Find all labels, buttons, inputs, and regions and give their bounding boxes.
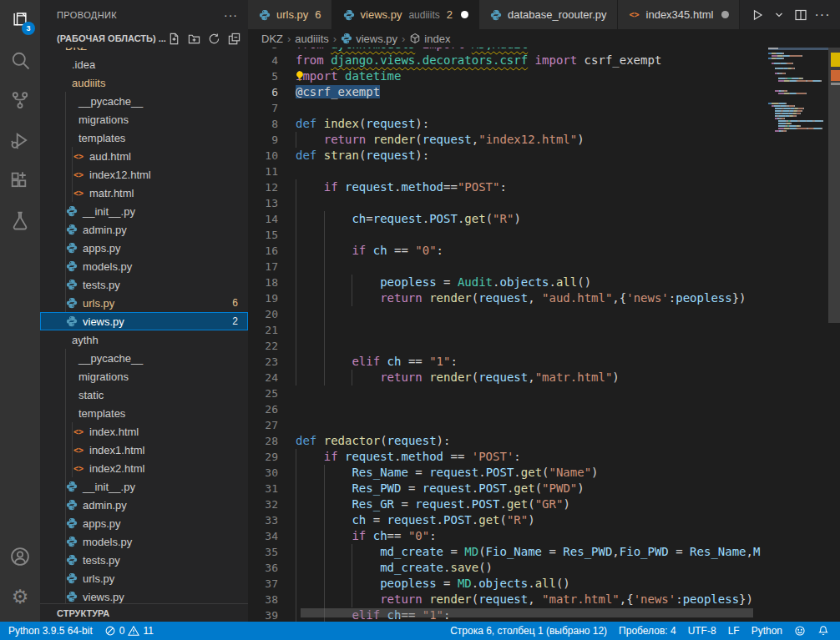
code-line-34[interactable]: 34 if ch== "0": — [248, 528, 768, 544]
collapse-all-button[interactable] — [226, 31, 241, 46]
code-line-18[interactable]: 18 peopless = Audit.objects.all() — [248, 275, 768, 290]
breadcrumb-item-DKZ[interactable]: DKZ — [261, 33, 283, 45]
code-line-25[interactable]: 25 — [248, 386, 768, 401]
breadcrumb-item-audiiits[interactable]: audiiits — [295, 33, 328, 45]
tab-views.py[interactable]: views.pyaudiiits2 — [332, 0, 479, 29]
tree-item-audiiits[interactable]: audiiits — [40, 73, 248, 92]
tree-item-index1.html[interactable]: <>index1.html — [40, 441, 248, 459]
code-line-14[interactable]: 14 ch=request.POST.get("R") — [248, 211, 768, 227]
activity-bar-item-source-control[interactable] — [0, 80, 40, 120]
python-version-status[interactable]: Python 3.9.5 64-bit — [0, 622, 99, 640]
tree-item-aythh[interactable]: aythh — [40, 330, 248, 349]
lightbulb-icon[interactable] — [294, 70, 306, 82]
code-line-31[interactable]: 31 Res_PWD = request.POST.get("PWD") — [248, 481, 768, 496]
eol-status[interactable]: LF — [722, 622, 746, 640]
code-line-24[interactable]: 24 return render(request,"matr.html") — [248, 370, 768, 386]
tree-item-__init__.py[interactable]: __init__.py — [40, 202, 248, 220]
scrollbar-thumb[interactable] — [828, 39, 840, 323]
tree-item-admin.py[interactable]: admin.py — [40, 496, 248, 514]
code-line-7[interactable]: 7 — [248, 100, 768, 116]
code-line-17[interactable]: 17 — [248, 259, 768, 275]
activity-bar-item-extensions[interactable] — [0, 160, 40, 200]
code-line-15[interactable]: 15 — [248, 227, 768, 243]
code-line-4[interactable]: 4from django.views.decorators.csrf impor… — [248, 53, 768, 68]
tree-item-tests.py[interactable]: tests.py — [40, 275, 248, 294]
code-line-9[interactable]: 9 return render(request,"index12.html") — [248, 132, 768, 148]
activity-bar-item-settings[interactable]: ⚙ — [0, 577, 40, 617]
outline-section-header[interactable]: СТРУКТУРА — [40, 603, 248, 622]
activity-bar-item-search[interactable] — [0, 40, 40, 80]
horizontal-scrollbar[interactable] — [301, 608, 753, 617]
tree-item-templates[interactable]: templates — [40, 404, 248, 422]
tree-item-apps.py[interactable]: apps.py — [40, 239, 248, 257]
tree-item-tests.py[interactable]: tests.py — [40, 551, 248, 569]
code-line-22[interactable]: 22 — [248, 338, 768, 354]
tab-database_roouter.py[interactable]: database_roouter.py — [479, 0, 618, 29]
tab-index345.html[interactable]: <>index345.html — [618, 0, 741, 29]
tree-item-templates[interactable]: templates — [40, 129, 248, 147]
modified-dot-icon[interactable] — [461, 11, 468, 18]
code-line-21[interactable]: 21 — [248, 322, 768, 338]
problems-status[interactable]: 0 11 — [99, 622, 159, 640]
tree-item-static[interactable]: static — [40, 386, 248, 404]
tree-item-__init__.py[interactable]: __init__.py — [40, 477, 248, 496]
tree-item-.idea[interactable]: .idea — [40, 55, 248, 73]
modified-dot-icon[interactable] — [721, 11, 729, 18]
activity-bar-item-testing[interactable] — [0, 200, 40, 240]
vertical-scrollbar[interactable] — [828, 37, 840, 622]
new-folder-button[interactable] — [186, 31, 201, 46]
tree-item-views.py[interactable]: views.py — [40, 587, 248, 603]
code-line-27[interactable]: 27 — [248, 417, 768, 433]
tree-item-matr.html[interactable]: <>matr.html — [40, 184, 248, 202]
code-line-32[interactable]: 32 Res_GR = request.POST.get("GR") — [248, 496, 768, 512]
code-line-6[interactable]: 6@csrf_exempt — [248, 84, 768, 100]
tree-item-models.py[interactable]: models.py — [40, 257, 248, 275]
activity-bar-item-account[interactable] — [0, 537, 40, 577]
language-mode-status[interactable]: Python — [746, 622, 788, 640]
code-line-5[interactable]: 5import datetime — [248, 68, 768, 84]
activity-bar-item-run-debug[interactable] — [0, 120, 40, 160]
code-line-36[interactable]: 36 md_create.save() — [248, 560, 768, 576]
code-line-19[interactable]: 19 return render(request, "aud.html",{'n… — [248, 290, 768, 306]
code-editor[interactable]: 3from aythh.models import MD,Audit4from … — [248, 37, 768, 622]
code-line-20[interactable]: 20 — [248, 306, 768, 322]
tree-item-__pycache__[interactable]: __pycache__ — [40, 349, 248, 367]
tree-item-aud.html[interactable]: <>aud.html — [40, 147, 248, 165]
refresh-button[interactable] — [206, 31, 221, 46]
explorer-more-button[interactable]: ··· — [224, 8, 238, 22]
tree-item-DKZ[interactable]: DKZ — [40, 48, 248, 55]
code-line-10[interactable]: 10def stran(request): — [248, 148, 768, 164]
activity-bar-item-explorer[interactable]: 3 — [0, 0, 40, 40]
code-line-23[interactable]: 23 elif ch == "1": — [248, 354, 768, 370]
split-editor-button[interactable] — [792, 6, 810, 24]
code-line-29[interactable]: 29 if request.method == 'POST': — [248, 449, 768, 465]
code-line-12[interactable]: 12 if request.method=="POST": — [248, 179, 768, 195]
indentation-status[interactable]: Пробелов: 4 — [613, 622, 682, 640]
tree-item-admin.py[interactable]: admin.py — [40, 220, 248, 239]
tree-item-models.py[interactable]: models.py — [40, 532, 248, 551]
cursor-position-status[interactable]: Строка 6, столбец 1 (выбрано 12) — [444, 622, 613, 640]
workspace-section-header[interactable]: (РАБОЧАЯ ОБЛАСТЬ) ... — [40, 29, 248, 48]
breadcrumb-item-views.py[interactable]: views.py — [341, 33, 397, 45]
code-line-26[interactable]: 26 — [248, 401, 768, 417]
tree-item-index2.html[interactable]: <>index2.html — [40, 459, 248, 477]
tree-item-index.html[interactable]: <>index.html — [40, 422, 248, 441]
new-file-button[interactable] — [166, 31, 181, 46]
code-line-8[interactable]: 8def index(request): — [248, 116, 768, 132]
run-dropdown-button[interactable] — [770, 6, 788, 24]
code-line-30[interactable]: 30 Res_Name = request.POST.get("Name") — [248, 465, 768, 481]
feedback-icon[interactable] — [788, 622, 812, 640]
tab-urls.py[interactable]: urls.py6 — [248, 0, 332, 29]
tree-item-migrations[interactable]: migrations — [40, 367, 248, 386]
code-line-11[interactable]: 11 — [248, 164, 768, 179]
tree-item-urls.py[interactable]: urls.py6 — [40, 294, 248, 312]
tree-item-apps.py[interactable]: apps.py — [40, 514, 248, 532]
minimap[interactable] — [768, 37, 828, 622]
breadcrumb-item-index[interactable]: index — [409, 33, 450, 45]
code-line-35[interactable]: 35 md_create = MD(Fio_Name = Res_PWD,Fio… — [248, 544, 768, 560]
code-line-13[interactable]: 13 — [248, 195, 768, 211]
notifications-bell-icon[interactable] — [812, 622, 835, 640]
more-actions-button[interactable]: ··· — [813, 6, 832, 24]
code-line-16[interactable]: 16 if ch == "0": — [248, 243, 768, 259]
tree-item-__pycache__[interactable]: __pycache__ — [40, 92, 248, 110]
